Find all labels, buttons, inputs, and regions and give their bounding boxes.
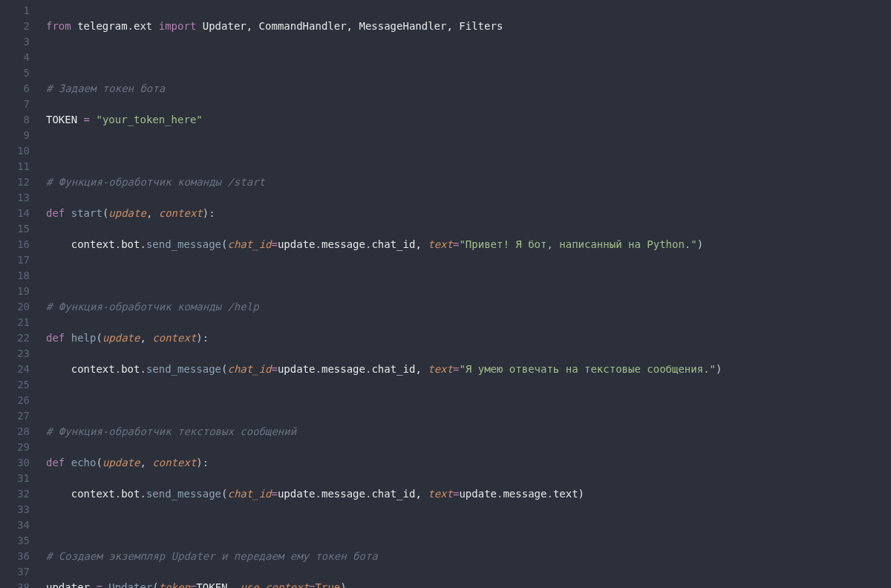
code-line[interactable]: def echo(update, context): xyxy=(46,455,722,471)
code-line[interactable] xyxy=(46,517,722,533)
line-number: 19 xyxy=(0,284,30,299)
line-number-gutter: 1 2 3 4 5 6 7 8 9 10 11 12 13 14 15 16 1… xyxy=(0,3,40,588)
line-number: 14 xyxy=(0,206,30,221)
code-editor[interactable]: 1 2 3 4 5 6 7 8 9 10 11 12 13 14 15 16 1… xyxy=(0,3,891,588)
line-number: 8 xyxy=(0,112,30,128)
line-number: 2 xyxy=(0,19,30,34)
code-line[interactable] xyxy=(46,50,722,65)
line-number: 12 xyxy=(0,174,30,190)
line-number: 16 xyxy=(0,237,30,252)
code-line[interactable] xyxy=(46,143,722,159)
code-line[interactable]: def start(update, context): xyxy=(46,206,722,221)
code-line[interactable]: context.bot.send_message(chat_id=update.… xyxy=(46,237,722,252)
line-number: 13 xyxy=(0,190,30,206)
code-line[interactable]: context.bot.send_message(chat_id=update.… xyxy=(46,362,722,377)
line-number: 27 xyxy=(0,408,30,424)
string-literal: "your_token_here" xyxy=(96,114,202,125)
line-number: 7 xyxy=(0,97,30,112)
comment: # Функция-обработчик команды /help xyxy=(46,301,259,313)
line-number: 25 xyxy=(0,377,30,393)
code-line[interactable]: def help(update, context): xyxy=(46,330,722,346)
line-number: 6 xyxy=(0,81,30,97)
code-line[interactable]: updater = Updater(token=TOKEN, use_conte… xyxy=(46,580,722,588)
line-number: 31 xyxy=(0,471,30,486)
line-number: 28 xyxy=(0,424,30,440)
code-line[interactable] xyxy=(46,268,722,284)
line-number: 3 xyxy=(0,34,30,50)
line-number: 17 xyxy=(0,252,30,268)
line-number: 29 xyxy=(0,440,30,455)
code-line[interactable]: TOKEN = "your_token_here" xyxy=(46,112,722,128)
comment: # Задаем токен бота xyxy=(46,82,165,94)
line-number: 37 xyxy=(0,564,30,580)
line-number: 11 xyxy=(0,159,30,174)
line-number: 24 xyxy=(0,362,30,377)
line-number: 1 xyxy=(0,3,30,19)
line-number: 5 xyxy=(0,65,30,81)
line-number: 30 xyxy=(0,455,30,471)
keyword-from: from xyxy=(46,20,71,32)
line-number: 10 xyxy=(0,143,30,159)
comment: # Создаем экземпляр Updater и передаем е… xyxy=(46,550,378,562)
line-number: 32 xyxy=(0,486,30,502)
keyword-def: def xyxy=(46,207,71,219)
line-number: 38 xyxy=(0,580,30,588)
code-line[interactable]: # Задаем токен бота xyxy=(46,81,722,97)
code-line[interactable]: # Функция-обработчик команды /start xyxy=(46,174,722,190)
code-line[interactable]: # Функция-обработчик текстовых сообщений xyxy=(46,424,722,440)
code-line[interactable]: from telegram.ext import Updater, Comman… xyxy=(46,19,722,34)
line-number: 23 xyxy=(0,346,30,362)
comment: # Функция-обработчик текстовых сообщений xyxy=(46,425,296,437)
line-number: 33 xyxy=(0,502,30,517)
comment: # Функция-обработчик команды /start xyxy=(46,176,265,188)
code-area[interactable]: from telegram.ext import Updater, Comman… xyxy=(40,3,722,588)
boolean-literal: True xyxy=(316,581,341,588)
code-line[interactable]: # Создаем экземпляр Updater и передаем е… xyxy=(46,549,722,564)
line-number: 22 xyxy=(0,330,30,346)
code-line[interactable] xyxy=(46,393,722,408)
line-number: 18 xyxy=(0,268,30,284)
code-line[interactable]: # Функция-обработчик команды /help xyxy=(46,299,722,315)
keyword-import: import xyxy=(159,20,197,32)
code-line[interactable]: context.bot.send_message(chat_id=update.… xyxy=(46,486,722,502)
line-number: 4 xyxy=(0,50,30,65)
line-number: 34 xyxy=(0,517,30,533)
line-number: 26 xyxy=(0,393,30,408)
line-number: 15 xyxy=(0,221,30,237)
line-number: 9 xyxy=(0,128,30,143)
line-number: 20 xyxy=(0,299,30,315)
line-number: 35 xyxy=(0,533,30,549)
function-name: start xyxy=(71,207,102,219)
line-number: 36 xyxy=(0,549,30,564)
line-number: 21 xyxy=(0,315,30,330)
